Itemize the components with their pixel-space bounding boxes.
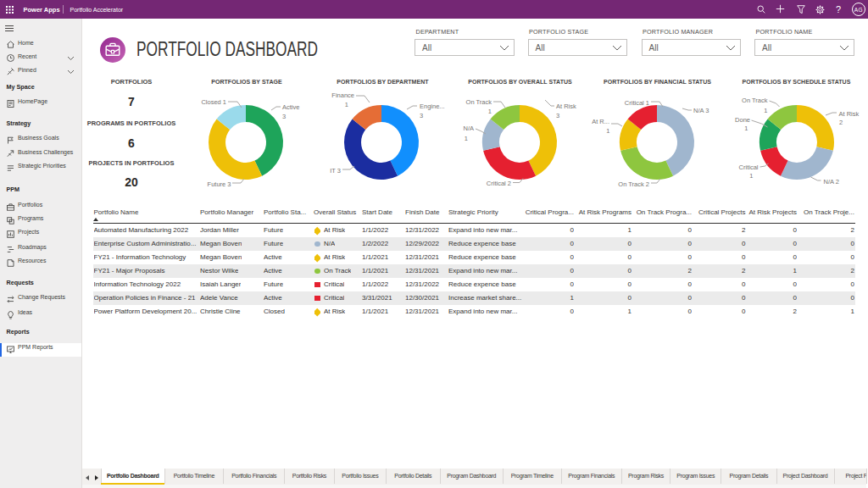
svg-text:Critical 2: Critical 2 bbox=[487, 180, 511, 187]
svg-text:N/A: N/A bbox=[463, 125, 474, 132]
svg-text:Future 3: Future 3 bbox=[208, 180, 231, 188]
svg-text:1: 1 bbox=[465, 135, 468, 142]
svg-text:1: 1 bbox=[345, 101, 348, 108]
svg-text:Finance: Finance bbox=[331, 92, 354, 99]
svg-text:1: 1 bbox=[744, 125, 748, 132]
svg-text:1: 1 bbox=[764, 107, 767, 114]
svg-text:At Risk: At Risk bbox=[838, 110, 859, 118]
svg-text:3: 3 bbox=[282, 113, 286, 120]
svg-text:1: 1 bbox=[488, 108, 492, 115]
svg-text:Done: Done bbox=[735, 116, 750, 124]
svg-text:1: 1 bbox=[749, 172, 753, 180]
svg-text:Engine...: Engine... bbox=[420, 103, 445, 110]
svg-text:On Track: On Track bbox=[466, 98, 492, 106]
svg-text:Active: Active bbox=[282, 103, 299, 111]
svg-text:N/A 2: N/A 2 bbox=[823, 178, 838, 186]
svg-text:On Track 2: On Track 2 bbox=[618, 180, 649, 188]
svg-text:2: 2 bbox=[839, 119, 843, 126]
svg-text:At R...: At R... bbox=[592, 118, 609, 125]
svg-text:3: 3 bbox=[556, 112, 559, 119]
svg-text:Closed 1: Closed 1 bbox=[201, 98, 226, 106]
svg-text:At Risk: At Risk bbox=[556, 103, 576, 110]
svg-text:IT 3: IT 3 bbox=[330, 167, 341, 175]
svg-text:N/A 3: N/A 3 bbox=[693, 107, 709, 114]
svg-text:On Track: On Track bbox=[742, 97, 768, 104]
svg-text:1: 1 bbox=[606, 127, 609, 135]
svg-text:3: 3 bbox=[420, 112, 423, 119]
svg-text:Critical: Critical bbox=[738, 164, 758, 171]
svg-text:Critical 1: Critical 1 bbox=[625, 99, 649, 107]
